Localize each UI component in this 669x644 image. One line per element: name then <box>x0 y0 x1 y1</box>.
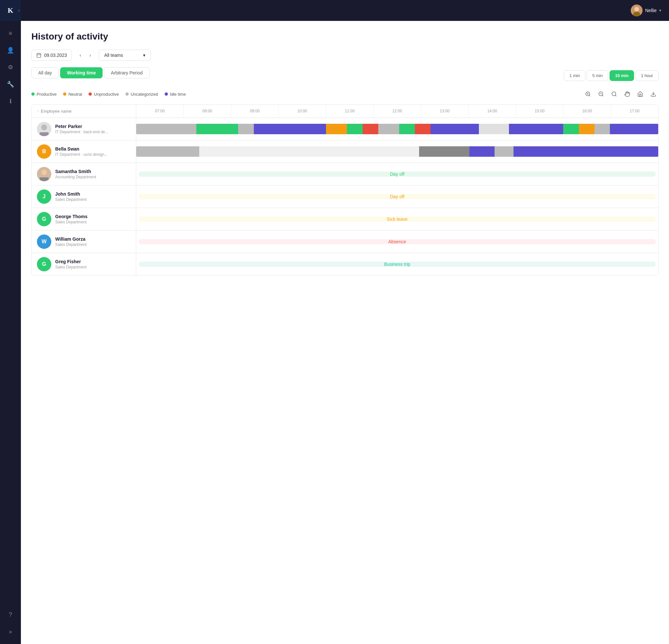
unproductive-dot <box>88 92 92 96</box>
expand-icon: › <box>18 8 19 13</box>
employee-details: John Smith Sales Department <box>55 191 87 202</box>
seg-purple-4 <box>610 124 658 134</box>
employee-name: Samantha Smith <box>55 169 96 174</box>
activity-bar-greg[interactable]: Business trip <box>136 253 658 275</box>
settings-icon: ⚙ <box>8 64 13 71</box>
employee-william-gorza: W William Gorza Sales Department <box>32 231 136 253</box>
activity-bar-samantha[interactable]: Day off <box>136 163 658 185</box>
sidebar-item-settings[interactable]: ⚙ <box>3 60 18 74</box>
seg-purple-3 <box>558 146 608 157</box>
seg-gray-3 <box>378 124 399 134</box>
activity-bar-peter[interactable] <box>136 118 658 140</box>
time-mode-row: All day Working time Arbitrary Period 1 … <box>31 67 658 84</box>
legend-idle: Idle time <box>165 92 186 97</box>
svg-point-21 <box>42 170 47 175</box>
legend-productive: Productive <box>31 92 57 97</box>
date-next-button[interactable]: › <box>86 51 95 60</box>
seg-yellow-2 <box>579 124 595 134</box>
employee-bella-swan: B Bella Swan IT Department · ux/ui desig… <box>32 140 136 163</box>
employee-george-thoms: G George Thoms Sales Department <box>32 208 136 230</box>
sidebar-item-menu[interactable]: ≡ <box>3 26 18 41</box>
seg-purple-4 <box>608 146 658 157</box>
seg-gray-2 <box>238 124 254 134</box>
hour-12: 12:00 <box>374 105 421 117</box>
avatar: B <box>37 144 51 159</box>
logo-button[interactable]: K › <box>0 0 21 21</box>
avatar-initial: G <box>42 216 46 222</box>
employee-name: Greg Fisher <box>55 259 87 264</box>
employee-john-smith: J John Smith Sales Department <box>32 186 136 208</box>
employee-dept: Sales Department <box>55 265 87 269</box>
seg-gray-4 <box>595 124 610 134</box>
time-mode-arbitrary-period[interactable]: Arbitrary Period <box>104 67 149 78</box>
seg-darkgray-1 <box>419 146 469 157</box>
date-nav: ‹ › <box>76 51 95 60</box>
res-1min-button[interactable]: 1 min <box>564 70 585 81</box>
download-button[interactable] <box>648 89 658 99</box>
employee-dept: Accounting Department <box>55 175 96 179</box>
sidebar-item-user[interactable]: 👤 <box>3 43 18 57</box>
home-button[interactable] <box>635 89 645 99</box>
res-15min-button[interactable]: 15 min <box>610 70 634 81</box>
idle-label: Idle time <box>170 92 186 97</box>
time-mode-all-day[interactable]: All day <box>31 67 59 78</box>
svg-line-15 <box>615 95 616 96</box>
employee-details: William Gorza Sales Department <box>55 237 87 247</box>
business-trip-status: Business trip <box>139 261 656 267</box>
hour-15: 15:00 <box>516 105 564 117</box>
employee-dept: IT Department · back-end de... <box>55 130 109 134</box>
res-5min-button[interactable]: 5 min <box>587 70 608 81</box>
time-mode-working-time[interactable]: Working time <box>60 67 103 78</box>
seg-green-2 <box>347 124 362 134</box>
content-area: History of activity 09.03.2023 ‹ › All t… <box>21 21 669 644</box>
timeline-container: ↑ Employee name 07:00 08:00 09:00 10:00 … <box>31 104 658 276</box>
sidebar-item-wrench[interactable]: 🔧 <box>3 77 18 91</box>
avatar: G <box>37 257 51 271</box>
activity-bar-william[interactable]: Absence <box>136 231 658 253</box>
search-button[interactable] <box>609 89 620 99</box>
activity-bar-george[interactable]: Sick leave <box>136 208 658 230</box>
sidebar-item-help[interactable]: ? <box>3 607 18 622</box>
date-picker[interactable]: 09.03.2023 <box>31 49 72 61</box>
table-row: G George Thoms Sales Department Sick lea… <box>32 208 658 231</box>
user-chevron-icon: ▾ <box>659 8 661 13</box>
hour-14: 14:00 <box>469 105 516 117</box>
seg-gray-1 <box>136 124 196 134</box>
grab-button[interactable] <box>622 89 632 99</box>
employee-header-label: Employee name <box>41 109 72 114</box>
day-off-status: Day off <box>139 171 656 177</box>
team-select[interactable]: All teams ▾ <box>99 49 151 61</box>
seg-empty-1 <box>199 146 419 157</box>
employee-details: Bella Swan IT Department · ux/ui design.… <box>55 146 108 157</box>
sidebar-nav: ≡ 👤 ⚙ 🔧 ℹ <box>3 21 18 602</box>
chart-tools <box>583 89 658 99</box>
help-icon: ? <box>9 611 12 618</box>
sidebar-bottom: ? » <box>3 602 18 644</box>
res-1hour-button[interactable]: 1 hour <box>635 70 658 81</box>
svg-rect-19 <box>40 132 49 136</box>
logo-icon: K <box>8 6 13 15</box>
team-select-label: All teams <box>104 53 123 58</box>
user-avatar <box>631 4 642 16</box>
activity-bar-john[interactable]: Day off <box>136 186 658 208</box>
neutral-dot <box>63 92 66 96</box>
sidebar-item-expand[interactable]: » <box>3 625 18 639</box>
sidebar-item-info[interactable]: ℹ <box>3 94 18 109</box>
seg-green-3 <box>399 124 415 134</box>
zoom-out-button[interactable] <box>596 89 606 99</box>
avatar: G <box>37 212 51 226</box>
date-value: 09.03.2023 <box>44 53 67 58</box>
user-icon: 👤 <box>7 47 14 54</box>
user-menu[interactable]: Nellie ▾ <box>631 4 661 16</box>
avatar: J <box>37 189 51 204</box>
info-icon: ℹ <box>10 98 12 105</box>
activity-bar-bella[interactable] <box>136 140 658 163</box>
zoom-in-button[interactable] <box>583 89 593 99</box>
svg-point-1 <box>635 7 639 11</box>
filters-row: 09.03.2023 ‹ › All teams ▾ <box>31 49 658 61</box>
avatar <box>37 122 51 136</box>
employee-details: Samantha Smith Accounting Department <box>55 169 96 179</box>
employee-peter-parker: Peter Parker IT Department · back-end de… <box>32 118 136 140</box>
date-prev-button[interactable]: ‹ <box>76 51 85 60</box>
table-row: W William Gorza Sales Department Absence <box>32 231 658 253</box>
